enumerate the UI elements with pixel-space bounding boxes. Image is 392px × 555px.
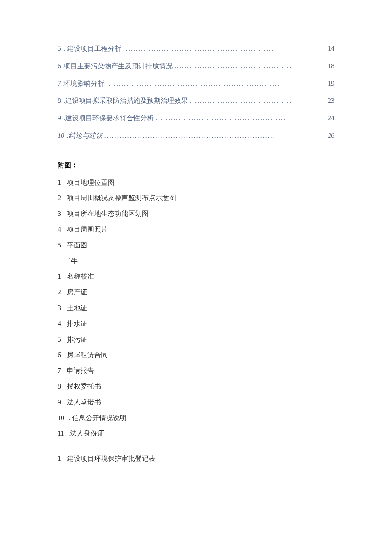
list-item: 3 .土地证 [58,302,334,314]
list-item: 10 . 信息公开情况说明 [58,412,334,424]
list-text: . 信息公开情况说明 [69,412,127,424]
list-item: 11 .法人身份证 [58,427,334,440]
toc-dots: ........................................… [173,60,328,73]
toc-dots: ........................................… [104,78,328,90]
list-number: 8 [58,381,61,393]
list-item: 9 .法人承诺书 [58,396,334,409]
toc-dots: ........................................ [188,95,328,107]
toc-number: 7 [58,78,61,90]
toc-item: 6 项目主要污染物产生及预计排放情况 .....................… [58,60,334,73]
list-number: 5 [58,334,61,346]
toc-number: 10 [58,130,64,142]
list-item: 1 .建设项目环境保护审批登记表 [58,453,334,465]
toc-item: 5 . 建设项目工程分析 ...........................… [58,43,334,55]
list-number: 6 [58,349,61,361]
list-text: .法人承诺书 [65,396,101,409]
list-number: 1 [58,177,61,189]
toc-title: .建设项目环保要求符合性分析 [63,112,154,125]
list-item: 3 .项目所在地生态功能区划图 [58,208,334,220]
list-number: 2 [58,286,61,299]
list-number: 10 [58,412,64,424]
list-text: .排污证 [65,334,87,346]
list-number: 3 [58,302,61,314]
list-item: 2 .房产证 [58,286,334,299]
list-text: .项目所在地生态功能区划图 [65,208,149,220]
toc-item: 8 .建设项目拟采取防治措施及预期治理效果 ..................… [58,95,334,107]
list-text: .法人身份证 [68,427,104,440]
list-number: 3 [58,208,61,220]
toc-number: 6 [58,60,61,73]
toc-title: 项目主要污染物产生及预计排放情况 [63,60,173,73]
figures-list: 1 .项目地理位置图 2 .项目周围概况及噪声监测布点示意图 3 .项目所在地生… [58,177,334,252]
toc-page: 23 [328,95,334,107]
toc-number: 5 [58,43,61,55]
list-number: 1 [58,270,61,283]
list-number: 5 [58,239,61,252]
toc-dots: ........................................… [154,112,328,125]
list-text: .名称核准 [65,270,94,283]
list-number: 7 [58,365,61,377]
toc-page: 24 [328,112,334,125]
toc-title: .结论与建议 [67,130,103,142]
list-text: .房屋租赁合同 [65,349,108,361]
list-item: 1 .项目地理位置图 [58,177,334,189]
list-item: 1 .名称核准 [58,270,334,283]
list-text: .项目地理位置图 [65,177,115,189]
list-text: .项目周围概况及噪声监测布点示意图 [65,192,176,204]
list-item: 8 .授权委托书 [58,381,334,393]
toc-title: .建设项目拟采取防治措施及预期治理效果 [63,95,188,107]
list-item: 5 .排污证 [58,334,334,346]
list-item: 4 .项目周围照片 [58,224,334,236]
list-text: .平面图 [65,239,87,252]
toc-dots: ........................................… [103,130,328,142]
list-text: .申请报告 [65,365,94,377]
list-number: 4 [58,224,61,236]
toc-page: 26 [328,130,334,142]
appendix-list: 1 .建设项目环境保护审批登记表 [58,453,334,465]
toc-number: 9 [58,112,61,125]
toc-number: 8 [58,95,61,107]
list-item: 5 .平面图 [58,239,334,252]
list-item: 2 .项目周围概况及噪声监测布点示意图 [58,192,334,204]
list-text: .建设项目环境保护审批登记表 [65,453,156,465]
list-number: 2 [58,192,61,204]
list-item: 4 .排水证 [58,318,334,330]
toc-page: 18 [328,60,334,73]
list-text: .排水证 [65,318,87,330]
figures-heading: 附图： [58,159,334,171]
toc-page: 19 [328,78,334,90]
list-text: .项目周围照片 [65,224,108,236]
toc-page: 14 [328,43,334,55]
list-text: .房产证 [65,286,87,299]
list-item: 7 .申请报告 [58,365,334,377]
toc-title: 环境影响分析 [63,78,104,90]
toc-item: 10 .结论与建议 ..............................… [58,130,334,142]
list-text: .授权委托书 [65,381,101,393]
list-number: 1 [58,453,61,465]
toc-item: 9 .建设项目环保要求符合性分析 .......................… [58,112,334,125]
list-number: 11 [58,427,64,440]
toc-title: . 建设项目工程分析 [63,43,121,55]
toc-section: 5 . 建设项目工程分析 ...........................… [58,43,334,142]
list-text: .土地证 [65,302,87,314]
list-number: 4 [58,318,61,330]
attachments-list: 1 .名称核准 2 .房产证 3 .土地证 4 .排水证 5 .排污证 6 .房… [58,270,334,440]
attachments-heading: ˆ牛： [69,255,334,267]
toc-item: 7 环境影响分析 ...............................… [58,78,334,90]
list-number: 9 [58,396,61,409]
toc-dots: ........................................… [121,43,328,55]
list-item: 6 .房屋租赁合同 [58,349,334,361]
